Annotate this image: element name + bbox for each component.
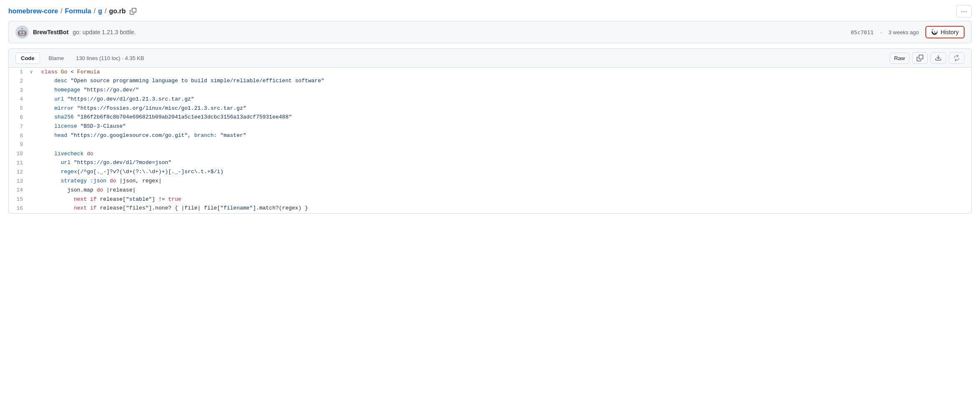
- line-expand: [30, 177, 38, 186]
- line-number: 12: [9, 168, 30, 177]
- line-number: 3: [9, 86, 30, 95]
- download-button[interactable]: [930, 52, 946, 64]
- line-code: sha256 "186f2b6f8c8b704e696821b09ab2041a…: [38, 113, 971, 122]
- table-row: 11 url "https://go.dev/dl/?mode=json": [9, 159, 971, 168]
- line-expand: [30, 131, 38, 141]
- commit-dot: ·: [880, 29, 882, 35]
- line-number: 4: [9, 95, 30, 104]
- blame-tab[interactable]: Blame: [43, 53, 70, 64]
- line-expand: [30, 204, 38, 213]
- breadcrumb-formula-link[interactable]: Formula: [65, 8, 91, 15]
- line-expand[interactable]: ∨: [30, 68, 38, 77]
- more-options-button[interactable]: ···: [956, 5, 972, 18]
- breadcrumb-sep3: /: [105, 8, 106, 15]
- line-number: 6: [9, 113, 30, 122]
- history-button[interactable]: History: [925, 26, 965, 38]
- table-row: 12 regex(/^go[._-]?v?(\d+(?:\.\d+)+)[._-…: [9, 168, 971, 177]
- file-meta: 130 lines (110 loc) · 4.35 KB: [76, 55, 144, 61]
- table-row: 9: [9, 140, 971, 149]
- line-code: url "https://go.dev/dl/go1.21.3.src.tar.…: [38, 95, 971, 104]
- line-expand: [30, 159, 38, 168]
- breadcrumb-bar: homebrew-core / Formula / g / go.rb ···: [0, 0, 980, 21]
- table-row: 3 homepage "https://go.dev/": [9, 86, 971, 95]
- line-number: 2: [9, 77, 30, 86]
- table-row: 8 head "https://go.googlesource.com/go.g…: [9, 131, 971, 141]
- commit-author[interactable]: BrewTestBot: [33, 29, 68, 35]
- file-toolbar-right: Raw: [890, 52, 965, 64]
- copy-icon: [917, 55, 923, 61]
- line-code: strategy :json do |json, regex|: [38, 177, 971, 186]
- avatar-emoji: 🤖: [18, 28, 27, 37]
- line-number: 7: [9, 122, 30, 131]
- line-expand: [30, 195, 38, 204]
- line-expand: [30, 140, 38, 149]
- line-number: 13: [9, 177, 30, 186]
- table-row: 7 license "BSD-3-Clause": [9, 122, 971, 131]
- table-row: 16 next if release["files"].none? { |fil…: [9, 204, 971, 213]
- commit-hash[interactable]: 05c7011: [851, 29, 874, 35]
- expand-button[interactable]: [949, 52, 965, 64]
- breadcrumb-g-link[interactable]: g: [98, 8, 102, 15]
- line-number: 9: [9, 140, 30, 149]
- line-code: json.map do |release|: [38, 186, 971, 195]
- line-number: 11: [9, 159, 30, 168]
- expand-icon: [953, 55, 960, 61]
- line-expand: [30, 104, 38, 113]
- file-toolbar-left: Code Blame 130 lines (110 loc) · 4.35 KB: [15, 53, 144, 64]
- table-row: 5 mirror "https://fossies.org/linux/misc…: [9, 104, 971, 113]
- line-expand: [30, 113, 38, 122]
- commit-info-right: 05c7011 · 3 weeks ago History: [851, 26, 965, 38]
- history-label: History: [940, 29, 959, 35]
- table-row: 14 json.map do |release|: [9, 186, 971, 195]
- table-row: 13 strategy :json do |json, regex|: [9, 177, 971, 186]
- copy-content-button[interactable]: [912, 52, 928, 64]
- commit-bar: 🤖 BrewTestBot go: update 1.21.3 bottle. …: [8, 21, 972, 43]
- file-toolbar: Code Blame 130 lines (110 loc) · 4.35 KB…: [8, 48, 972, 68]
- breadcrumb-sep2: /: [94, 8, 95, 15]
- breadcrumb: homebrew-core / Formula / g / go.rb: [8, 7, 138, 15]
- line-expand: [30, 86, 38, 95]
- line-code: license "BSD-3-Clause": [38, 122, 971, 131]
- line-number: 1: [9, 68, 30, 77]
- line-code: mirror "https://fossies.org/linux/misc/g…: [38, 104, 971, 113]
- line-code: head "https://go.googlesource.com/go.git…: [38, 131, 971, 141]
- commit-info-left: 🤖 BrewTestBot go: update 1.21.3 bottle.: [15, 25, 136, 39]
- raw-button[interactable]: Raw: [890, 53, 910, 64]
- code-area: 1 ∨ class Go < Formula 2 desc "Open sour…: [8, 68, 972, 214]
- commit-time: 3 weeks ago: [888, 29, 919, 35]
- table-row: 4 url "https://go.dev/dl/go1.21.3.src.ta…: [9, 95, 971, 104]
- line-code: regex(/^go[._-]?v?(\d+(?:\.\d+)+)[._-]sr…: [38, 168, 971, 177]
- line-number: 5: [9, 104, 30, 113]
- line-code: class Go < Formula: [38, 68, 971, 77]
- line-code: next if release["files"].none? { |file| …: [38, 204, 971, 213]
- table-row: 6 sha256 "186f2b6f8c8b704e696821b09ab204…: [9, 113, 971, 122]
- table-row: 2 desc "Open source programming language…: [9, 77, 971, 86]
- line-expand: [30, 149, 38, 159]
- line-number: 15: [9, 195, 30, 204]
- line-number: 10: [9, 149, 30, 159]
- table-row: 1 ∨ class Go < Formula: [9, 68, 971, 77]
- avatar: 🤖: [15, 25, 29, 39]
- line-code: desc "Open source programming language t…: [38, 77, 971, 86]
- table-row: 10 livecheck do: [9, 149, 971, 159]
- line-code: url "https://go.dev/dl/?mode=json": [38, 159, 971, 168]
- table-row: 15 next if release["stable"] != true: [9, 195, 971, 204]
- line-number: 16: [9, 204, 30, 213]
- line-number: 8: [9, 131, 30, 141]
- line-code: livecheck do: [38, 149, 971, 159]
- line-expand: [30, 186, 38, 195]
- line-code: homepage "https://go.dev/": [38, 86, 971, 95]
- breadcrumb-repo-link[interactable]: homebrew-core: [8, 8, 58, 15]
- copy-path-button[interactable]: [128, 7, 138, 15]
- line-expand: [30, 77, 38, 86]
- breadcrumb-sep1: /: [60, 8, 62, 15]
- line-number: 14: [9, 186, 30, 195]
- history-icon: [931, 29, 938, 35]
- line-expand: [30, 168, 38, 177]
- breadcrumb-file: go.rb: [109, 8, 126, 15]
- more-options-area: ···: [956, 5, 972, 18]
- line-code: next if release["stable"] != true: [38, 195, 971, 204]
- code-tab[interactable]: Code: [15, 53, 40, 64]
- line-expand: [30, 95, 38, 104]
- line-expand: [30, 122, 38, 131]
